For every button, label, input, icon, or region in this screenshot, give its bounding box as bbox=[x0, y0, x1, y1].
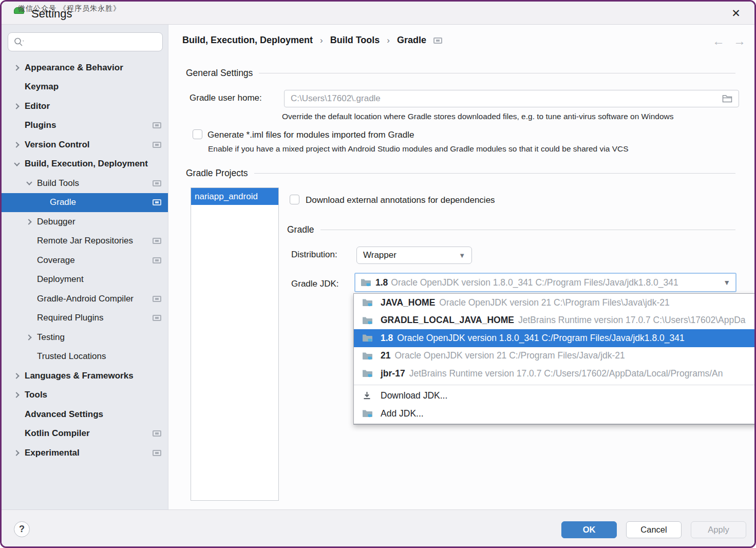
jdk-folder-icon bbox=[362, 409, 373, 418]
sidebar-item-remote-jar-repositories[interactable]: Remote Jar Repositories bbox=[2, 232, 168, 251]
search-icon bbox=[13, 37, 25, 47]
sidebar-item-keymap[interactable]: Keymap bbox=[2, 78, 168, 97]
sidebar-item-experimental[interactable]: Experimental bbox=[2, 443, 168, 463]
jdk-folder-icon bbox=[362, 316, 373, 325]
project-list-item[interactable]: nariapp_android bbox=[191, 188, 278, 205]
gradle-jdk-dropdown: JAVA_HOME Oracle OpenJDK version 21 C:\P… bbox=[353, 293, 756, 425]
settings-window: 微信公众号 《程序员朱永胜》 Settings ✕ Appearance & B… bbox=[0, 0, 756, 548]
close-icon[interactable]: ✕ bbox=[728, 6, 744, 21]
jdk-option-name: jbr-17 bbox=[381, 368, 405, 379]
settings-search[interactable] bbox=[8, 32, 163, 51]
sidebar-item-gradle-android-compiler[interactable]: Gradle-Android Compiler bbox=[2, 289, 168, 309]
monitor-icon bbox=[153, 296, 161, 302]
gradle-user-home-label: Gradle user home: bbox=[190, 93, 262, 103]
gradle-projects-list: nariapp_android bbox=[191, 187, 279, 501]
ok-button[interactable]: OK bbox=[561, 521, 617, 538]
sidebar-item-label: Trusted Locations bbox=[37, 351, 106, 362]
window-title: Settings bbox=[31, 7, 72, 21]
jdk-option-rows: JAVA_HOME Oracle OpenJDK version 21 C:\P… bbox=[354, 294, 756, 383]
jdk-option-name: GRADLE_LOCAL_JAVA_HOME bbox=[381, 315, 514, 326]
sidebar-item-required-plugins[interactable]: Required Plugins bbox=[2, 309, 168, 328]
chevron-icon bbox=[13, 103, 19, 109]
search-input[interactable] bbox=[25, 37, 162, 47]
breadcrumb-part[interactable]: Gradle bbox=[397, 35, 426, 46]
sidebar-item-build-execution-deployment[interactable]: Build, Execution, Deployment bbox=[2, 155, 168, 174]
forward-arrow-icon[interactable]: → bbox=[733, 34, 746, 48]
jdk-folder-icon bbox=[362, 369, 373, 378]
breadcrumb-separator-icon: › bbox=[320, 35, 323, 46]
sidebar-item-debugger[interactable]: Debugger bbox=[2, 212, 168, 232]
distribution-select[interactable]: Wrapper ▼ bbox=[356, 247, 472, 264]
sidebar-item-label: Kotlin Compiler bbox=[25, 428, 90, 439]
sidebar-item-plugins[interactable]: Plugins bbox=[2, 116, 168, 136]
distribution-label: Distribution: bbox=[291, 250, 337, 260]
chevron-icon bbox=[26, 219, 31, 224]
jdk-option-detail: Oracle OpenJDK version 21 C:\Program Fil… bbox=[439, 297, 669, 308]
jdk-option-detail: Oracle OpenJDK version 1.8.0_341 C:/Prog… bbox=[397, 333, 684, 344]
gradle-user-home-field[interactable]: C:\Users\17602\.gradle bbox=[284, 90, 739, 107]
sidebar-item-appearance-behavior[interactable]: Appearance & Behavior bbox=[2, 58, 168, 78]
sidebar-item-languages-frameworks[interactable]: Languages & Frameworks bbox=[2, 366, 168, 386]
sidebar-item-label: Coverage bbox=[37, 255, 75, 266]
sidebar-item-label: Gradle-Android Compiler bbox=[37, 294, 134, 304]
sidebar-item-label: Plugins bbox=[25, 120, 56, 130]
jdk-option-jbr-17[interactable]: jbr-17 JetBrains Runtime version 17.0.7 … bbox=[354, 365, 756, 383]
chevron-icon bbox=[13, 373, 19, 379]
jdk-folder-icon bbox=[362, 333, 373, 343]
sidebar-item-testing[interactable]: Testing bbox=[2, 328, 168, 347]
sidebar-item-gradle[interactable]: Gradle bbox=[2, 193, 168, 213]
download-annotations-checkbox[interactable] bbox=[290, 195, 299, 204]
jdk-option-name: 21 bbox=[381, 350, 390, 361]
general-settings-header: General Settings bbox=[186, 68, 735, 79]
folder-icon[interactable] bbox=[722, 95, 732, 103]
sidebar-item-build-tools[interactable]: Build Tools bbox=[2, 174, 168, 193]
monitor-icon bbox=[153, 199, 161, 205]
sidebar-item-label: Advanced Settings bbox=[25, 409, 103, 420]
apply-button[interactable]: Apply bbox=[691, 521, 746, 538]
sidebar-item-editor[interactable]: Editor bbox=[2, 97, 168, 116]
jdk-option-detail: JetBrains Runtime version 17.0.7 C:/User… bbox=[409, 368, 723, 379]
jdk-option-detail: Oracle OpenJDK version 21 C:/Program Fil… bbox=[394, 350, 625, 361]
jdk-option-1-8[interactable]: 1.8 Oracle OpenJDK version 1.8.0_341 C:/… bbox=[354, 329, 756, 347]
add-jdk-action[interactable]: Add JDK... bbox=[354, 405, 756, 423]
sidebar-item-label: Debugger bbox=[37, 217, 75, 227]
gradle-projects-header: Gradle Projects bbox=[186, 168, 735, 179]
sidebar-item-deployment[interactable]: Deployment bbox=[2, 270, 168, 290]
dropdown-separator bbox=[354, 385, 756, 385]
breadcrumb-part[interactable]: Build, Execution, Deployment bbox=[182, 35, 313, 46]
chevron-icon bbox=[14, 160, 20, 166]
download-jdk-action[interactable]: Download JDK... bbox=[354, 387, 756, 405]
breadcrumb: Build, Execution, Deployment › Build Too… bbox=[182, 35, 442, 46]
chevron-icon bbox=[26, 334, 31, 340]
sidebar-item-label: Build, Execution, Deployment bbox=[25, 159, 148, 169]
sidebar-item-label: Tools bbox=[25, 390, 47, 400]
add-jdk-label: Add JDK... bbox=[381, 408, 424, 419]
sidebar-item-trusted-locations[interactable]: Trusted Locations bbox=[2, 347, 168, 367]
sidebar-item-kotlin-compiler[interactable]: Kotlin Compiler bbox=[2, 424, 168, 444]
cancel-button[interactable]: Cancel bbox=[626, 521, 682, 538]
chevron-icon bbox=[13, 65, 19, 70]
jdk-option-21[interactable]: 21 Oracle OpenJDK version 21 C:/Program … bbox=[354, 347, 756, 365]
sidebar-item-advanced-settings[interactable]: Advanced Settings bbox=[2, 405, 168, 424]
gradle-jdk-combo[interactable]: 1.8 Oracle OpenJDK version 1.8.0_341 C:/… bbox=[354, 273, 736, 292]
sidebar-item-tools[interactable]: Tools bbox=[2, 386, 168, 405]
jdk-option-name: JAVA_HOME bbox=[381, 297, 435, 308]
chevron-down-icon: ▼ bbox=[459, 252, 465, 259]
breadcrumb-part[interactable]: Build Tools bbox=[330, 35, 380, 46]
back-arrow-icon[interactable]: ← bbox=[712, 34, 725, 48]
gradle-user-home-help: Override the default location where Grad… bbox=[282, 112, 673, 121]
download-annotations-label[interactable]: Download external annotations for depend… bbox=[306, 195, 495, 205]
generate-iml-checkbox[interactable] bbox=[193, 129, 202, 139]
jdk-option-name: 1.8 bbox=[381, 333, 393, 344]
generate-iml-label[interactable]: Generate *.iml files for modules importe… bbox=[207, 130, 414, 140]
jdk-option-java-home[interactable]: JAVA_HOME Oracle OpenJDK version 21 C:\P… bbox=[354, 294, 756, 312]
download-icon bbox=[362, 391, 373, 401]
help-button[interactable]: ? bbox=[14, 521, 30, 537]
sidebar-item-version-control[interactable]: Version Control bbox=[2, 135, 168, 155]
jdk-folder-icon bbox=[361, 278, 371, 287]
sidebar-item-coverage[interactable]: Coverage bbox=[2, 251, 168, 270]
jdk-option-gradle-local-java-home[interactable]: GRADLE_LOCAL_JAVA_HOME JetBrains Runtime… bbox=[354, 312, 756, 330]
download-jdk-label: Download JDK... bbox=[381, 390, 447, 401]
section-rule bbox=[254, 173, 735, 174]
breadcrumb-separator-icon: › bbox=[387, 35, 390, 46]
